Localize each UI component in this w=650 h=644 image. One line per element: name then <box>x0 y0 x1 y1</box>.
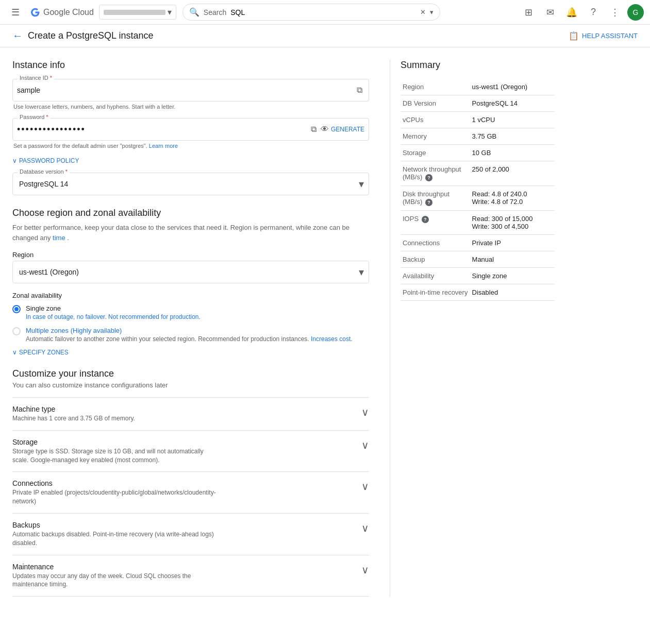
help-assistant-button[interactable]: 📋 HELP ASSISTANT <box>569 31 638 41</box>
specify-zones-toggle[interactable]: ∨ SPECIFY ZONES <box>12 349 69 356</box>
project-selector[interactable]: ▾ <box>99 5 176 20</box>
back-button[interactable]: ← <box>12 30 23 42</box>
summary-value: Read: 300 of 15,000Write: 300 of 4,500 <box>470 211 555 235</box>
chevron-down-icon: ▾ <box>168 7 172 17</box>
avatar[interactable]: G <box>627 4 644 21</box>
instance-id-group: Instance ID * ⧉ Use lowercase letters, n… <box>12 79 369 110</box>
instance-id-input[interactable] <box>17 86 355 94</box>
summary-label: IOPS ? <box>401 211 470 235</box>
notifications-icon[interactable]: 🔔 <box>562 3 581 22</box>
question-icon[interactable]: ? <box>425 199 432 206</box>
summary-row: Disk throughput (MB/s) ?Read: 4.8 of 240… <box>401 186 555 211</box>
multiple-zones-text: Multiple zones (Highly available) Automa… <box>26 327 353 343</box>
question-icon[interactable]: ? <box>425 174 432 181</box>
apps-icon[interactable]: ⊞ <box>519 3 538 22</box>
summary-row: Network throughput (MB/s) ?250 of 2,000 <box>401 161 555 186</box>
summary-row: Storage10 GB <box>401 145 555 161</box>
expandable-row-title: Storage <box>12 438 219 446</box>
zonal-availability-label: Zonal availability <box>12 292 369 299</box>
expandable-row[interactable]: Maintenance Updates may occur any day of… <box>12 555 369 597</box>
region-label: Region <box>12 251 369 259</box>
summary-label: Memory <box>401 128 470 145</box>
expandable-row-content: Connections Private IP enabled (projects… <box>12 479 219 506</box>
region-section: Choose region and zonal availability For… <box>12 208 369 356</box>
expandable-row-title: Maintenance <box>12 563 219 571</box>
specify-zones-label: SPECIFY ZONES <box>19 349 69 356</box>
password-dots: •••••••••••••••• <box>17 124 309 135</box>
secondbar-left: ← Create a PostgreSQL instance <box>12 30 153 42</box>
instance-id-label: Instance ID * <box>18 75 54 81</box>
single-zone-radio[interactable] <box>12 305 21 313</box>
hamburger-menu[interactable]: ☰ <box>6 3 25 22</box>
summary-title: Summary <box>401 60 555 71</box>
summary-label: Storage <box>401 145 470 161</box>
region-section-title: Choose region and zonal availability <box>12 208 369 218</box>
generate-password-button[interactable]: GENERATE <box>331 126 364 133</box>
expandable-row-title: Connections <box>12 479 219 487</box>
chevron-down-icon-zones: ∨ <box>12 349 17 356</box>
database-version-group: Database version * PostgreSQL 14 Postgre… <box>12 173 369 195</box>
summary-row: Point-in-time recoveryDisabled <box>401 284 555 301</box>
expandable-row[interactable]: Storage Storage type is SSD. Storage siz… <box>12 430 369 472</box>
second-bar: ← Create a PostgreSQL instance 📋 HELP AS… <box>0 25 650 47</box>
radio-inner <box>14 307 19 311</box>
password-policy-toggle[interactable]: ∨ PASSWORD POLICY <box>12 157 79 164</box>
right-panel: Summary Regionus-west1 (Oregon)DB Versio… <box>390 60 555 597</box>
expand-icon: ∨ <box>361 406 369 418</box>
multiple-zones-radio[interactable] <box>12 327 21 335</box>
project-name-blurred <box>104 10 165 15</box>
summary-label: Connections <box>401 235 470 251</box>
password-label: Password * <box>18 114 51 120</box>
summary-row: Memory3.75 GB <box>401 128 555 145</box>
expandable-rows: Machine type Machine has 1 core and 3.75… <box>12 397 369 597</box>
expandable-row-subtitle: Private IP enabled (projects/cloudentity… <box>12 488 219 506</box>
toggle-password-icon[interactable]: 👁 <box>319 123 331 136</box>
region-select[interactable]: us-west1 (Oregon) us-central1 (Iowa) us-… <box>12 261 369 283</box>
summary-value: us-west1 (Oregon) <box>470 79 555 95</box>
summary-row: vCPUs1 vCPU <box>401 112 555 128</box>
expandable-row-subtitle: Updates may occur any day of the week. C… <box>12 572 219 589</box>
expandable-row[interactable]: Backups Automatic backups disabled. Poin… <box>12 513 369 555</box>
more-options-icon[interactable]: ⋮ <box>606 3 624 22</box>
multiple-zones-option[interactable]: Multiple zones (Highly available) Automa… <box>12 327 369 343</box>
instance-id-input-container[interactable]: ⧉ <box>12 79 369 101</box>
copy-password-icon[interactable]: ⧉ <box>309 123 319 136</box>
copy-instance-id-icon[interactable]: ⧉ <box>355 83 364 97</box>
region-description: For better performance, keep your data c… <box>12 223 369 243</box>
instance-info-title: Instance info <box>12 60 369 71</box>
search-bar[interactable]: 🔍 Search ✕ ▾ <box>182 4 440 21</box>
summary-label: Availability <box>401 268 470 284</box>
summary-label: Network throughput (MB/s) ? <box>401 161 470 186</box>
password-input-container[interactable]: •••••••••••••••• ⧉ 👁 GENERATE <box>12 118 369 141</box>
mail-icon[interactable]: ✉ <box>541 3 559 22</box>
expandable-row-title: Backups <box>12 521 219 529</box>
search-expand-icon[interactable]: ▾ <box>430 8 434 16</box>
expandable-row-subtitle: Automatic backups disabled. Point-in-tim… <box>12 530 219 548</box>
single-zone-label: Single zone <box>26 304 201 312</box>
search-icon: 🔍 <box>189 7 199 17</box>
help-icon[interactable]: ? <box>584 3 603 22</box>
summary-value: 3.75 GB <box>470 128 555 145</box>
page-title: Create a PostgreSQL instance <box>28 30 153 41</box>
clear-search-icon[interactable]: ✕ <box>420 8 426 16</box>
database-version-select[interactable]: PostgreSQL 14 PostgreSQL 13 PostgreSQL 1… <box>12 173 369 195</box>
search-input[interactable] <box>230 8 416 16</box>
summary-row: DB VersionPostgreSQL 14 <box>401 95 555 112</box>
summary-value: Private IP <box>470 235 555 251</box>
chevron-down-icon: ∨ <box>12 157 17 164</box>
expandable-row[interactable]: Connections Private IP enabled (projects… <box>12 471 369 513</box>
single-zone-option[interactable]: Single zone In case of outage, no failov… <box>12 304 369 320</box>
password-group: Password * •••••••••••••••• ⧉ 👁 GENERATE… <box>12 118 369 149</box>
expandable-row-content: Maintenance Updates may occur any day of… <box>12 563 219 589</box>
learn-more-link[interactable]: Learn more <box>149 143 178 149</box>
multiple-zones-desc: Automatic failover to another zone withi… <box>26 335 353 343</box>
summary-value: 250 of 2,000 <box>470 161 555 186</box>
nav-left: ☰ Google Cloud ▾ <box>6 3 176 22</box>
expand-icon: ∨ <box>361 522 369 534</box>
google-cloud-logo: Google Cloud <box>30 7 94 18</box>
question-icon[interactable]: ? <box>422 216 429 223</box>
topnav-icons: ⊞ ✉ 🔔 ? ⋮ G <box>519 3 644 22</box>
expandable-row[interactable]: Machine type Machine has 1 core and 3.75… <box>12 397 369 430</box>
instance-id-hint: Use lowercase letters, numbers, and hyph… <box>12 104 369 110</box>
expandable-row-subtitle: Machine has 1 core and 3.75 GB of memory… <box>12 414 135 423</box>
